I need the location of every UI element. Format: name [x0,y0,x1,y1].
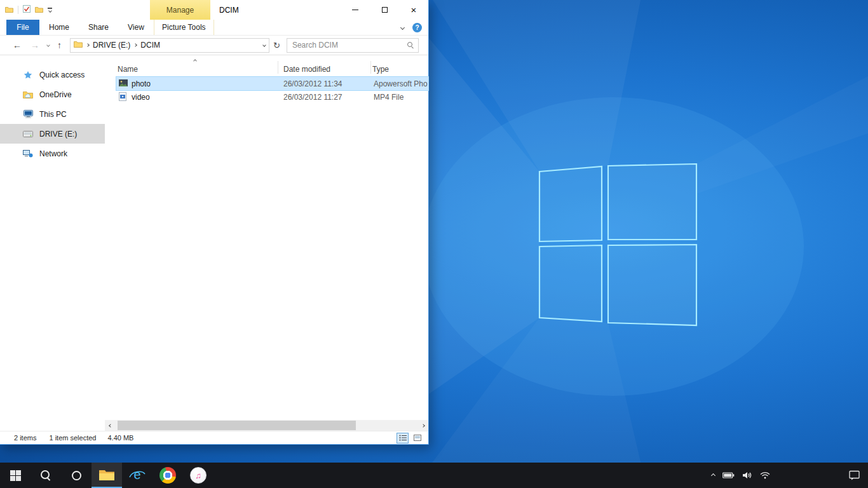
file-explorer-taskbar-button[interactable] [92,463,122,488]
file-name: video [132,93,150,102]
file-list-area: Name Date modified Type photo 26/03/2012… [105,56,428,431]
maximize-icon [382,7,388,13]
internet-explorer-taskbar-button[interactable]: e [122,463,153,488]
forward-button[interactable]: → [31,41,39,50]
horizontal-scrollbar[interactable] [105,420,428,431]
minimize-button[interactable] [341,0,370,20]
search-icon [40,470,51,481]
sidebar-item-this-pc[interactable]: This PC [0,104,105,124]
view-toggles [397,433,423,444]
main-area: Quick access OneDrive This PC [0,56,428,431]
tab-picture-tools[interactable]: Picture Tools [154,20,214,35]
file-date: 26/03/2012 11:34 [283,79,342,88]
expand-ribbon-chevron-icon[interactable] [400,25,405,29]
titlebar: Manage DCIM × [0,0,428,20]
selected-count: 1 item selected [49,434,96,442]
column-header-name[interactable]: Name [118,65,138,74]
breadcrumb-chevron-icon[interactable] [134,43,138,47]
file-name: photo [132,79,151,88]
new-folder-icon[interactable] [35,6,43,15]
sort-ascending-icon [193,59,197,63]
breadcrumb-drive[interactable]: DRIVE (E:) [93,41,130,50]
minimize-icon [352,10,358,10]
scrollbar-thumb[interactable] [118,421,356,430]
search-box [287,38,419,53]
column-header-type[interactable]: Type [372,65,389,74]
photo-file-icon [119,79,128,88]
onedrive-cloud-folder-icon [23,91,33,98]
recent-locations-chevron-icon[interactable] [47,44,50,46]
cortana-button[interactable] [61,463,92,488]
search-input[interactable] [291,40,407,50]
cortana-icon [72,471,81,480]
sidebar-item-quick-access[interactable]: Quick access [0,65,105,85]
hard-drive-icon [23,131,33,137]
breadcrumb-folder[interactable]: DCIM [140,41,160,50]
sidebar-item-onedrive[interactable]: OneDrive [0,85,105,104]
back-button[interactable]: ← [13,41,22,50]
start-icon [10,470,21,481]
column-divider[interactable] [278,61,278,74]
sidebar-item-network[interactable]: Network [0,144,105,163]
taskbar: e ♫ [0,463,868,488]
file-rows: photo 26/03/2012 11:34 Apowersoft Pho vi… [105,77,428,104]
scroll-left-icon[interactable] [105,420,116,431]
itunes-icon: ♫ [190,467,207,484]
properties-icon[interactable] [23,5,31,15]
toolbar-divider [18,6,18,14]
system-tray [712,463,868,488]
volume-icon[interactable] [742,463,752,488]
window-title: DCIM [219,6,239,15]
details-view-button[interactable] [397,433,409,444]
start-button[interactable] [0,463,31,488]
selected-size: 4.40 MB [107,434,133,442]
battery-icon[interactable] [722,463,735,488]
column-headers: Name Date modified Type [105,58,428,72]
details-view-icon [399,435,407,441]
tab-file[interactable]: File [6,20,39,35]
column-divider[interactable] [370,61,371,74]
file-row-video[interactable]: video 26/03/2012 11:27 MP4 File [116,90,428,104]
file-type: MP4 File [374,93,428,102]
up-button[interactable]: ↑ [57,41,62,50]
file-row-photo[interactable]: photo 26/03/2012 11:34 Apowersoft Pho [116,77,428,90]
close-button[interactable]: × [399,0,428,20]
close-icon: × [411,5,417,15]
maximize-button[interactable] [370,0,399,20]
sidebar-item-label: Network [39,149,67,158]
ribbon-right-controls: ? [401,20,428,35]
tab-view[interactable]: View [118,20,154,35]
large-icons-view-icon [414,435,421,441]
chrome-icon [159,467,176,484]
refresh-icon[interactable]: ↻ [273,41,280,50]
explorer-window: Manage DCIM × File Home Share View Pictu… [0,0,429,445]
taskbar-search-button[interactable] [31,463,61,488]
sidebar-item-drive-e[interactable]: DRIVE (E:) [0,124,105,144]
svg-text:e: e [133,468,140,482]
scroll-right-icon[interactable] [417,420,428,431]
sidebar-item-label: DRIVE (E:) [39,130,77,139]
address-bar[interactable]: DRIVE (E:) DCIM [70,38,269,53]
chrome-taskbar-button[interactable] [153,463,183,488]
itunes-taskbar-button[interactable]: ♫ [183,463,214,488]
screen: Manage DCIM × File Home Share View Pictu… [0,0,868,488]
action-center-icon[interactable] [849,463,860,488]
large-icons-view-button[interactable] [411,433,423,444]
address-dropdown-chevron-icon[interactable] [262,43,266,47]
sidebar-item-label: OneDrive [39,90,72,99]
manage-tab-group[interactable]: Manage [150,0,210,20]
customize-quick-access-chevron-icon[interactable] [48,8,52,12]
tray-expand-icon[interactable] [712,463,715,488]
file-date: 26/03/2012 11:27 [283,93,342,102]
tab-home[interactable]: Home [39,20,79,35]
breadcrumb-chevron-icon[interactable] [86,43,90,47]
video-file-icon [119,92,126,103]
column-header-date-modified[interactable]: Date modified [283,65,330,74]
status-bar: 2 items 1 item selected 4.40 MB [0,431,428,444]
tab-share[interactable]: Share [79,20,118,35]
search-icon[interactable] [407,41,414,49]
folder-icon[interactable] [5,6,13,15]
wifi-icon[interactable] [760,463,770,488]
internet-explorer-icon: e [129,467,146,484]
help-icon[interactable]: ? [412,23,422,32]
